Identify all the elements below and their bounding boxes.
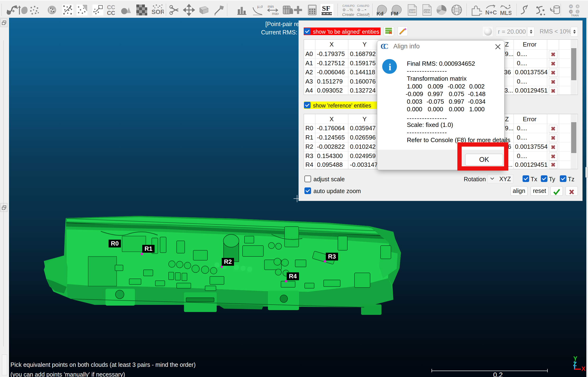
svg-text:CANUPO: CANUPO [357,4,369,8]
svg-text:N+C: N+C [485,9,497,16]
svg-text:SOR: SOR [151,8,164,15]
svg-text:min: min [268,4,274,9]
svg-text:max: max [272,12,279,16]
svg-text:SF: SF [322,4,330,12]
svg-text:⚙→◓: ⚙→◓ [357,8,367,12]
svg-text:TRAIN: TRAIN [571,14,579,17]
svg-text:μ,σ: μ,σ [257,4,263,9]
svg-text:CANUPO: CANUPO [342,4,354,8]
svg-text:CC: CC [107,10,115,16]
svg-text:M: M [570,5,572,8]
svg-text:CC: CC [107,4,115,11]
svg-text:MLS: MLS [500,10,511,16]
svg-text:Classify: Classify [357,12,369,17]
svg-text:C: C [577,11,578,13]
svg-text:FM: FM [391,11,398,17]
svg-text:A: A [577,5,578,8]
svg-text:⚙→%: ⚙→% [342,8,353,12]
svg-text:C: C [383,43,388,50]
svg-text:3D: 3D [570,11,573,13]
svg-text:Create: Create [342,12,354,17]
svg-text:X: X [581,365,586,371]
svg-text:CSV: CSV [424,10,430,13]
svg-text:Kd: Kd [376,11,383,17]
svg-text:SHP: SHP [409,10,416,13]
